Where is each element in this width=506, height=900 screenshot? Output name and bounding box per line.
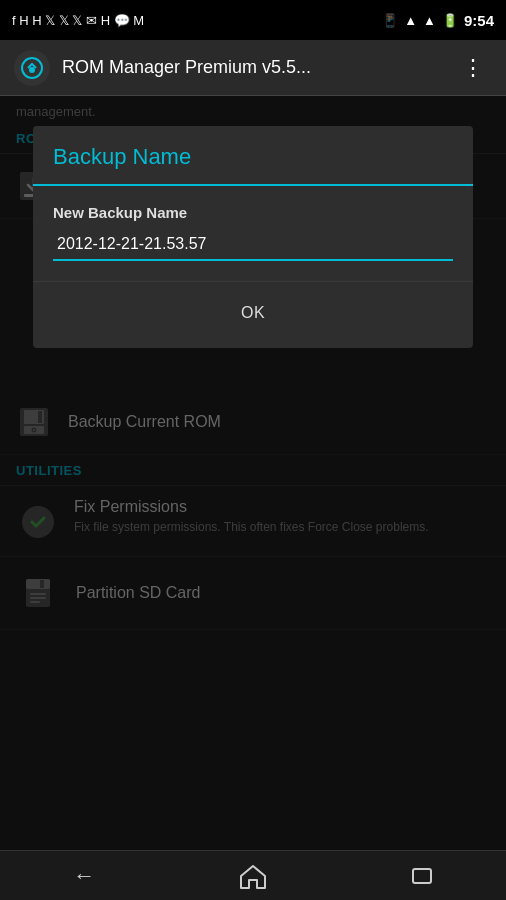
dialog-body: New Backup Name [33,186,473,281]
svg-point-1 [29,67,35,73]
notification-icons: f H H 𝕏 𝕏 𝕏 ✉ H 💬 M [12,13,144,28]
status-icons-left: f H H 𝕏 𝕏 𝕏 ✉ H 💬 M [12,13,144,28]
svg-rect-17 [413,869,431,883]
app-bar: ROM Manager Premium v5.5... ⋮ [0,40,506,96]
app-title: ROM Manager Premium v5.5... [62,57,454,78]
status-icons-right: 📱 ▲ ▲ 🔋 9:54 [382,12,494,29]
home-icon [239,862,267,890]
dialog-field-label: New Backup Name [53,204,453,221]
home-button[interactable] [223,858,283,894]
signal-icon: ▲ [423,13,436,28]
backup-name-input[interactable] [53,231,453,261]
dialog-actions: OK [33,281,473,348]
overflow-menu-button[interactable]: ⋮ [454,51,492,85]
back-button[interactable]: ← [54,858,114,894]
back-icon: ← [73,863,95,889]
app-logo [14,50,50,86]
main-content: management. ROM MANAGEMENT Install ROM f… [0,96,506,850]
status-bar: f H H 𝕏 𝕏 𝕏 ✉ H 💬 M 📱 ▲ ▲ 🔋 9:54 [0,0,506,40]
dialog-overlay: Backup Name New Backup Name OK [0,96,506,850]
time-display: 9:54 [464,12,494,29]
recents-icon [409,863,435,889]
dialog-title-section: Backup Name [33,126,473,186]
dialog-title-text: Backup Name [53,144,191,169]
backup-name-dialog: Backup Name New Backup Name OK [33,126,473,348]
battery-icon: 🔋 [442,13,458,28]
phone-icon: 📱 [382,13,398,28]
navigation-bar: ← [0,850,506,900]
dialog-ok-button[interactable]: OK [217,296,289,330]
recents-button[interactable] [392,858,452,894]
wifi-icon: ▲ [404,13,417,28]
